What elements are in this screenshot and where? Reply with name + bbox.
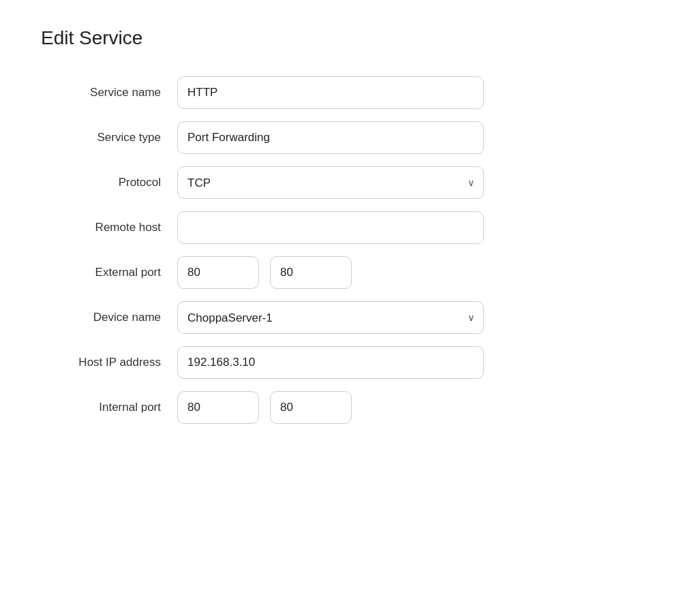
internal-port-input-2[interactable] xyxy=(270,391,352,424)
internal-port-label: Internal port xyxy=(41,401,177,414)
external-port-input-2[interactable] xyxy=(270,256,352,289)
protocol-label: Protocol xyxy=(41,176,177,189)
service-name-row: Service name xyxy=(41,76,657,109)
service-name-input[interactable] xyxy=(177,76,484,109)
remote-host-row: Remote host xyxy=(41,211,657,244)
internal-port-input-1[interactable] xyxy=(177,391,259,424)
service-type-label: Service type xyxy=(41,131,177,144)
host-ip-input[interactable] xyxy=(177,346,484,379)
service-type-row: Service type xyxy=(41,121,657,154)
external-port-label: External port xyxy=(41,266,177,279)
protocol-row: Protocol TCP UDP ∨ xyxy=(41,166,657,199)
device-name-select-wrapper: ChoppaServer-1 ∨ xyxy=(177,301,484,334)
internal-port-row: Internal port xyxy=(41,391,657,424)
external-port-row: External port xyxy=(41,256,657,289)
device-name-row: Device name ChoppaServer-1 ∨ xyxy=(41,301,657,334)
page-container: Edit Service Service name Service type P… xyxy=(0,0,698,463)
host-ip-row: Host IP address xyxy=(41,346,657,379)
device-name-label: Device name xyxy=(41,311,177,324)
remote-host-label: Remote host xyxy=(41,221,177,234)
external-port-group xyxy=(177,256,352,289)
internal-port-group xyxy=(177,391,352,424)
host-ip-label: Host IP address xyxy=(41,356,177,369)
external-port-input-1[interactable] xyxy=(177,256,259,289)
service-name-label: Service name xyxy=(41,86,177,99)
service-type-input[interactable] xyxy=(177,121,484,154)
protocol-select-wrapper: TCP UDP ∨ xyxy=(177,166,484,199)
remote-host-input[interactable] xyxy=(177,211,484,244)
page-title: Edit Service xyxy=(41,27,657,49)
form-container: Service name Service type Protocol TCP U… xyxy=(41,76,657,436)
device-name-select[interactable]: ChoppaServer-1 xyxy=(177,301,484,334)
protocol-select[interactable]: TCP UDP xyxy=(177,166,484,199)
